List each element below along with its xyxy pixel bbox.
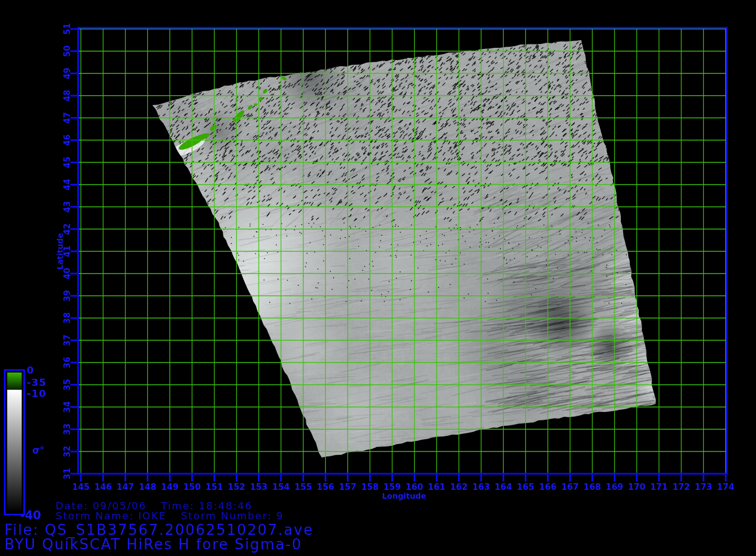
swath-image — [0, 0, 756, 556]
quikscat-sigma0-plot: 1451461471481491501511521531541551561571… — [0, 0, 756, 556]
